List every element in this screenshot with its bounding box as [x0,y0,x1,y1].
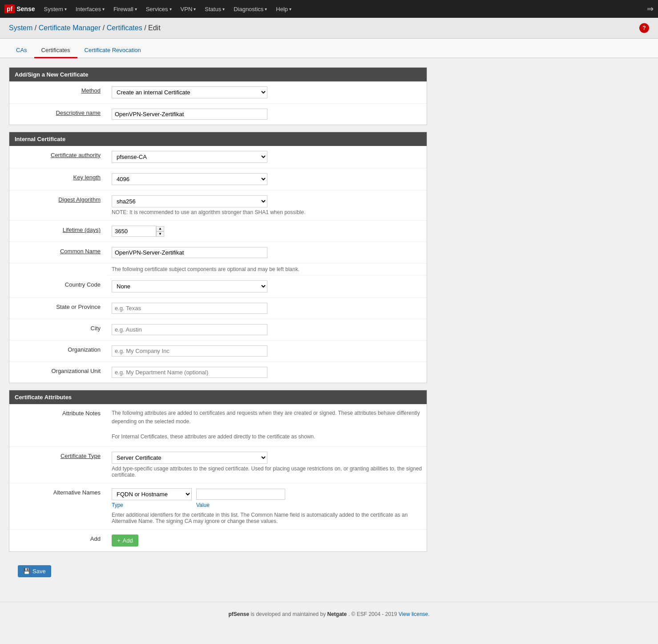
org-unit-row: Organizational Unit [9,362,427,383]
vpn-arrow: ▾ [194,7,196,12]
breadcrumb-bar: System / Certificate Manager / Certifica… [0,18,658,39]
org-unit-input[interactable] [112,367,267,378]
diagnostics-arrow: ▾ [265,7,267,12]
nav-firewall[interactable]: Firewall ▾ [109,0,141,18]
tab-certificates[interactable]: Certificates [34,43,77,58]
attr-notes-label: Attribute Notes [9,408,107,417]
city-label: City [9,323,107,332]
nav-menu: System ▾ Interfaces ▾ Firewall ▾ Service… [39,0,296,18]
optional-note: The following certificate subject compon… [107,263,427,275]
nav-diagnostics[interactable]: Diagnostics ▾ [229,0,271,18]
tab-cert-revocation[interactable]: Certificate Revocation [77,43,148,58]
nav-system[interactable]: System ▾ [39,0,71,18]
nav-interfaces[interactable]: Interfaces ▾ [71,0,109,18]
cert-type-row: Certificate Type User Certificate Server… [9,447,427,483]
method-select[interactable]: Create an internal Certificate Sign a Ce… [112,86,267,98]
add-button[interactable]: + Add [112,535,138,547]
key-length-row: Key length 1024 2048 3072 4096 [9,168,427,190]
tabs-bar: CAs Certificates Certificate Revocation [0,39,658,58]
country-select[interactable]: None US DE FR GB [112,280,267,292]
org-wrap [107,344,427,358]
bc-sep2: / [103,24,107,32]
pf-logo: pf [4,4,15,13]
add-row: Add + Add [9,530,427,551]
nav-services[interactable]: Services ▾ [141,0,176,18]
state-input[interactable] [112,303,267,314]
digest-label: Digest Algorithm [9,194,107,203]
save-button[interactable]: 💾 Save [18,565,51,577]
services-arrow: ▾ [170,7,172,12]
org-input[interactable] [112,345,267,356]
cert-type-select[interactable]: User Certificate Server Certificate CA C… [112,452,267,464]
lifetime-row: Lifetime (days) ▲ ▼ [9,221,427,242]
digest-row: Digest Algorithm sha1 sha256 sha384 sha5… [9,190,427,221]
alt-names-type-col-label: Type [112,502,192,508]
alt-names-type-select[interactable]: FQDN or Hostname IP Address Email Addres… [112,488,192,500]
breadcrumb: System / Certificate Manager / Certifica… [9,24,161,32]
city-row: City [9,319,427,340]
country-label: Country Code [9,279,107,288]
method-label: Method [9,85,107,94]
attr-notes-wrap: The following attributes are added to ce… [107,408,427,443]
digest-select[interactable]: sha1 sha256 sha384 sha512 [112,195,267,207]
alt-names-inputs: FQDN or Hostname IP Address Email Addres… [112,488,422,500]
alt-names-wrap: FQDN or Hostname IP Address Email Addres… [107,487,427,526]
key-length-wrap: 1024 2048 3072 4096 [107,172,427,186]
alt-names-row: Alternative Names FQDN or Hostname IP Ad… [9,483,427,530]
digest-note: NOTE: It is recommended to use an algori… [112,209,422,215]
common-name-wrap [107,246,427,259]
country-wrap: None US DE FR GB [107,279,427,294]
plus-icon: + [117,537,121,544]
lifetime-up[interactable]: ▲ [156,226,164,231]
navbar: pf Sense System ▾ Interfaces ▾ Firewall … [0,0,658,18]
common-name-row: Common Name [9,242,427,263]
alt-names-column-labels: Type Value [112,502,422,508]
desc-name-row: Descriptive name [9,104,427,125]
help-button[interactable]: ? [639,23,649,33]
lifetime-input[interactable] [112,226,156,237]
bc-system[interactable]: System [9,24,32,32]
bc-sep1: / [35,24,39,32]
lifetime-wrap: ▲ ▼ [107,224,427,238]
common-name-label: Common Name [9,246,107,255]
tabs-list: CAs Certificates Certificate Revocation [9,43,649,57]
state-row: State or Province [9,298,427,319]
logout-icon[interactable]: ⇒ [647,4,654,13]
alt-names-note: Enter additional identifiers for the cer… [112,512,422,524]
state-label: State or Province [9,301,107,310]
attr-notes-row: Attribute Notes The following attributes… [9,404,427,447]
key-length-label: Key length [9,172,107,181]
desc-name-input[interactable] [112,109,267,120]
desc-name-label: Descriptive name [9,107,107,116]
footer-license-link[interactable]: View license. [399,611,430,617]
main-content: Add/Sign a New Certificate Method Create… [0,58,436,593]
common-name-input[interactable] [112,247,267,258]
cert-type-note: Add type-specific usage attributes to th… [112,466,422,478]
brand[interactable]: pf Sense [4,4,35,13]
add-wrap: + Add [107,533,427,548]
key-length-select[interactable]: 1024 2048 3072 4096 [112,173,267,185]
bc-edit: Edit [148,24,161,32]
nav-help[interactable]: Help ▾ [271,0,296,18]
nav-vpn[interactable]: VPN ▾ [176,0,201,18]
cert-type-label: Certificate Type [9,450,107,459]
help-arrow: ▾ [289,7,291,12]
internal-cert-section: Internal Certificate Certificate authori… [9,132,427,383]
alt-names-value-col-label: Value [196,502,210,508]
lifetime-spinner-btns: ▲ ▼ [156,226,164,237]
add-sign-section: Add/Sign a New Certificate Method Create… [9,67,427,125]
city-input[interactable] [112,324,267,335]
add-label: Add [9,533,107,542]
firewall-arrow: ▾ [135,7,137,12]
nav-status[interactable]: Status ▾ [200,0,229,18]
tab-cas[interactable]: CAs [9,43,34,58]
bc-certificates[interactable]: Certificates [107,24,142,32]
buttons-row: 💾 Save [9,559,427,584]
internal-cert-header: Internal Certificate [9,132,427,146]
save-btn-label: Save [32,568,46,575]
lifetime-down[interactable]: ▼ [156,231,164,237]
alt-names-value-input[interactable] [196,489,285,500]
footer-text3: . © ESF 2004 - 2019 [348,611,399,617]
bc-cert-manager[interactable]: Certificate Manager [39,24,101,32]
ca-select[interactable]: pfsense-CA [112,151,267,163]
